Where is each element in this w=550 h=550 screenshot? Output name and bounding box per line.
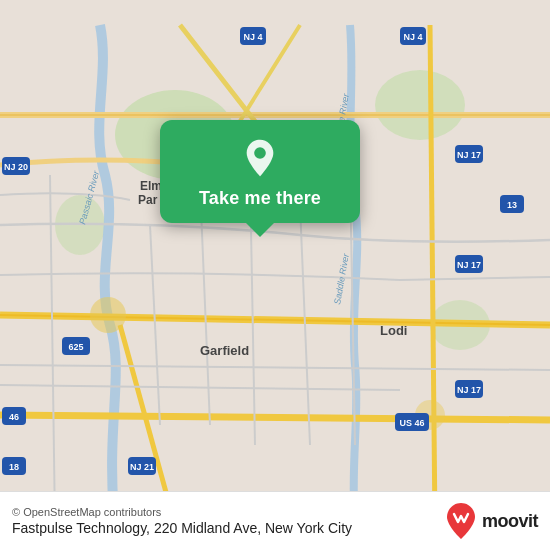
moovit-pin-icon [445,502,477,540]
svg-text:NJ 4: NJ 4 [243,32,262,42]
map-background: NJ 4 NJ 4 NJ 17 NJ 17 NJ 17 NJ 20 46 18 … [0,0,550,550]
bottom-bar: © OpenStreetMap contributors Fastpulse T… [0,491,550,550]
svg-text:625: 625 [68,342,83,352]
svg-text:NJ 20: NJ 20 [4,162,28,172]
svg-text:NJ 17: NJ 17 [457,150,481,160]
svg-text:NJ 4: NJ 4 [403,32,422,42]
bottom-left: © OpenStreetMap contributors Fastpulse T… [12,506,352,536]
location-pin-icon [240,138,280,178]
svg-text:13: 13 [507,200,517,210]
svg-text:Garfield: Garfield [200,343,249,358]
popup-card[interactable]: Take me there [160,120,360,223]
svg-text:18: 18 [9,462,19,472]
svg-text:46: 46 [9,412,19,422]
svg-text:NJ 21: NJ 21 [130,462,154,472]
svg-point-5 [90,297,126,333]
location-text: Fastpulse Technology, 220 Midland Ave, N… [12,520,352,536]
svg-text:Par: Par [138,193,158,207]
svg-point-38 [254,147,266,159]
svg-text:NJ 17: NJ 17 [457,385,481,395]
svg-text:Lodi: Lodi [380,323,407,338]
moovit-logo: moovit [445,502,538,540]
moovit-brand-text: moovit [482,511,538,532]
svg-text:NJ 17: NJ 17 [457,260,481,270]
osm-credit: © OpenStreetMap contributors [12,506,352,518]
map-container: NJ 4 NJ 4 NJ 17 NJ 17 NJ 17 NJ 20 46 18 … [0,0,550,550]
svg-text:US 46: US 46 [399,418,424,428]
popup-label: Take me there [199,188,321,209]
svg-point-2 [375,70,465,140]
